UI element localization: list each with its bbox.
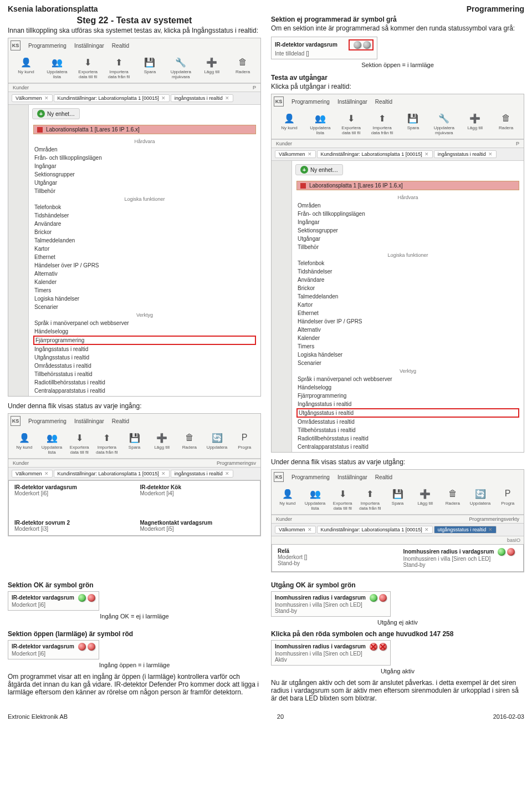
menu-real[interactable]: Realtid [112,43,129,49]
sidebar-item[interactable]: Ingångar [33,162,256,170]
sidebar-item[interactable]: Timers [296,342,519,351]
tab-ingang-realtid[interactable]: ingångsstatus i realtid✕ [171,470,233,478]
menu-real[interactable]: Realtid [112,418,129,424]
sidebar-item[interactable]: Talmeddelanden [33,236,256,245]
tbtn-spara[interactable]: 💾Spara [399,112,428,135]
tbtn-importera[interactable]: ⬆Importera data från fil [105,56,134,79]
device-bar[interactable]: Laborationsplatta 1 [Lares 16 IP 1.6.x] [33,125,256,134]
tab-ingang-realtid[interactable]: ingångsstatus i realtid✕ [171,94,233,102]
tbtn-radera[interactable]: 🗑Radera [228,56,257,79]
tab-valkommen[interactable]: Välkommen✕ [275,526,316,534]
sidebar-item[interactable]: Händelselogg [296,383,519,392]
tbtn-progra[interactable]: PProgra [232,432,257,455]
sidebar-item[interactable]: Centralapparatstatus i realtid [33,387,256,395]
tbtn-uppdatera-lista[interactable]: 👥Uppdatera lista [306,112,335,135]
sidebar-item[interactable]: Språk i manöverpanel och webbserver [296,375,519,383]
tbtn-importera[interactable]: ⬆Importera data från fil [357,488,383,511]
ny-enhet-button[interactable]: +Ny enhet… [295,164,343,175]
status-dot-red-x[interactable] [370,643,377,651]
sidebar-item[interactable]: Tillbehör [296,243,519,251]
status-dot-red[interactable] [507,548,515,556]
sidebar-item[interactable]: Utgångar [296,235,519,243]
sidebar-item[interactable]: Tidshändelser [33,211,256,220]
tab-kundinstallningar[interactable]: Kundinställningar: Laborationsplatta 1 [… [317,150,433,158]
menu-inst[interactable]: Inställningar [74,418,104,424]
menu-prog[interactable]: Programmering [291,474,330,480]
sidebar-item[interactable]: Brickor [296,284,519,292]
menu-inst[interactable]: Inställningar [337,99,367,105]
sidebar-item[interactable]: Områdesstatus i realtid [296,418,519,426]
sidebar-item[interactable]: Ethernet [33,253,256,261]
sidebar-item[interactable]: Användare [296,276,519,284]
sidebar-item[interactable]: Kalender [296,334,519,342]
sidebar-item-fjarrprogrammering-highlight[interactable]: Fjärrprogrammering [33,336,256,345]
menu-inst[interactable]: Inställningar [74,43,104,49]
sidebar-item[interactable]: Logiska händelser [296,351,519,359]
tab-utgang-realtid[interactable]: utgångsstatus i realtid✕ [434,526,497,534]
tbtn-uppdatera-mjukvara[interactable]: 🔧Uppdatera mjukvara [166,56,195,79]
tab-valkommen[interactable]: Välkommen✕ [12,94,53,102]
tbtn-uppdatera-lista[interactable]: 👥Uppdatera lista [39,432,65,455]
sidebar-item[interactable]: Från- och tillkopplingslägen [296,210,519,218]
tbtn-importera[interactable]: ⬆Importera data från fil [368,112,397,135]
tbtn-ny-kund[interactable]: 👤Ny kund [12,56,40,79]
sidebar-item[interactable]: Fjärrprogrammering [296,392,519,400]
tbtn-exportera[interactable]: ⬇Exportera data till fil [66,432,92,455]
status-dot-green[interactable] [498,548,505,556]
tbtn-radera[interactable]: 🗑Radera [177,432,202,455]
tbtn-uppdatera-lista[interactable]: 👥Uppdatera lista [303,488,328,511]
status-dot-red-x[interactable] [379,643,387,651]
sidebar-item[interactable]: Språk i manöverpanel och webbserver [33,319,256,327]
close-icon[interactable]: ✕ [161,95,166,101]
tbtn-lagg-till[interactable]: ➕Lägg till [461,112,489,135]
tbtn-spara[interactable]: 💾Spara [136,56,165,79]
sidebar-item[interactable]: Ingångsstatus i realtid [33,345,256,353]
sidebar-item[interactable]: Utgångsstatus i realtid [33,353,256,362]
sidebar-item[interactable]: Händelser över IP / GPRS [296,317,519,326]
sidebar-item[interactable]: Scenarier [296,359,519,367]
sidebar-item[interactable]: Sektionsgrupper [33,170,256,179]
tbtn-progra[interactable]: PProgra [495,488,520,511]
sidebar-item[interactable]: Kartor [33,245,256,253]
sidebar-item[interactable]: Centralapparatstatus i realtid [296,443,519,451]
tbtn-ny-kund[interactable]: 👤Ny kund [275,488,300,511]
tbtn-radera[interactable]: 🗑Radera [492,112,520,135]
sidebar-item[interactable]: Logiska händelser [33,295,256,303]
tbtn-radera[interactable]: 🗑Radera [440,488,466,511]
tbtn-uppdatera-mjukvara[interactable]: 🔧Uppdatera mjukvara [429,112,458,135]
menu-inst[interactable]: Inställningar [337,474,367,480]
tab-kundinstallningar[interactable]: Kundinställningar: Laborationsplatta 1 [… [54,470,170,478]
menu-real[interactable]: Realtid [375,99,392,105]
sidebar-item[interactable]: Sektionsgrupper [296,226,519,235]
tbtn-spara[interactable]: 💾Spara [385,488,411,511]
tbtn-exportera[interactable]: ⬇Exportera data till fil [330,488,355,511]
sidebar-item[interactable]: Ingångar [296,218,519,226]
sidebar-item[interactable]: Radiotillbehörsstatus i realtid [296,434,519,443]
tbtn-exportera[interactable]: ⬇Exportera data till fil [337,112,366,135]
ny-enhet-button[interactable]: +Ny enhet… [32,108,80,119]
tbtn-lagg-till[interactable]: ➕Lägg till [197,56,226,79]
menu-prog[interactable]: Programmering [28,43,66,49]
tbtn-uppdatera[interactable]: 🔄Uppdatera [468,488,493,511]
sidebar-item[interactable]: Scenarier [33,303,256,311]
tbtn-exportera[interactable]: ⬇Exportera data till fil [74,56,103,79]
sidebar-item-utgang-highlight[interactable]: Utgångsstatus i realtid [296,408,519,418]
tab-valkommen[interactable]: Välkommen✕ [12,470,53,478]
sidebar-item[interactable]: Kalender [33,278,256,286]
tbtn-uppdatera-lista[interactable]: 👥Uppdatera lista [43,56,71,79]
menu-prog[interactable]: Programmering [28,418,66,424]
sidebar-item[interactable]: Tidshändelser [296,267,519,276]
sidebar-item[interactable]: Användare [33,220,256,228]
tab-ingang-realtid[interactable]: ingångsstatus i realtid✕ [434,150,497,158]
tab-kundinstallningar[interactable]: Kundinställningar: Laborationsplatta 1 [… [54,94,170,102]
tbtn-spara[interactable]: 💾Spara [122,432,147,455]
tab-kundinstallningar[interactable]: Kundinställningar: Laborationsplatta 1 [… [317,526,433,534]
sidebar-item[interactable]: Ingångsstatus i realtid [296,400,519,408]
sidebar-item[interactable]: Utgångar [33,179,256,187]
sidebar-item[interactable]: Alternativ [33,270,256,278]
menu-prog[interactable]: Programmering [291,99,330,105]
sidebar-item[interactable]: Telefonbok [33,203,256,211]
sidebar-item[interactable]: Händelser över IP / GPRS [33,261,256,270]
close-icon[interactable]: ✕ [44,95,49,101]
sidebar-item[interactable]: Från- och tillkopplingslägen [33,154,256,162]
